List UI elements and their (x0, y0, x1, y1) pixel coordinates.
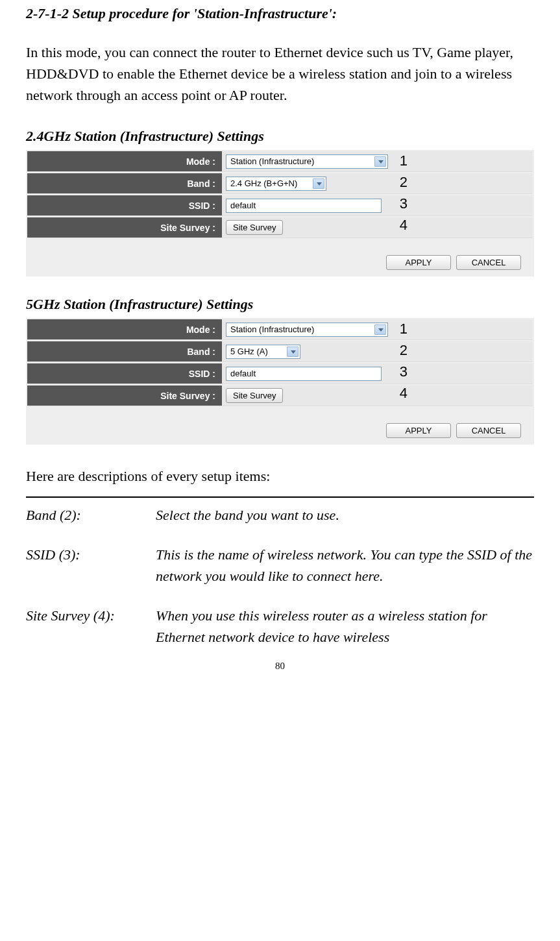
mode-select-value: Station (Infrastructure) (230, 324, 314, 334)
apply-button[interactable]: APPLY (386, 255, 451, 270)
band-select[interactable]: 5 GHz (A) (226, 345, 300, 359)
mode-select-value: Station (Infrastructure) (230, 156, 314, 166)
chevron-down-icon (378, 160, 383, 164)
ssid-label: SSID : (27, 363, 222, 384)
annotation-1: 1 (400, 321, 408, 337)
apply-button[interactable]: APPLY (386, 423, 451, 438)
cancel-button[interactable]: CANCEL (456, 255, 521, 270)
section-title: 2-7-1-2 Setup procedure for 'Station-Inf… (26, 5, 534, 22)
band-select-value: 2.4 GHz (B+G+N) (230, 178, 297, 188)
descriptions-intro: Here are descriptions of every setup ite… (26, 468, 534, 485)
site-survey-button[interactable]: Site Survey (226, 220, 283, 235)
site-survey-label: Site Survey : (27, 217, 222, 238)
annotation-2: 2 (400, 174, 408, 191)
divider (26, 496, 534, 498)
panel-5ghz-title: 5GHz Station (Infrastructure) Settings (26, 296, 534, 313)
desc-survey-label: Site Survey (4): (26, 605, 156, 648)
annotation-1: 1 (400, 153, 408, 169)
panel-5ghz: Mode : Station (Infrastructure) Band : 5… (26, 318, 534, 445)
page-number: 80 (26, 661, 534, 672)
mode-label: Mode : (27, 151, 222, 171)
cancel-button[interactable]: CANCEL (456, 423, 521, 438)
ssid-input[interactable] (226, 367, 382, 381)
mode-label: Mode : (27, 319, 222, 339)
annotation-3: 3 (400, 195, 408, 212)
chevron-down-icon (317, 182, 322, 186)
mode-select[interactable]: Station (Infrastructure) (226, 323, 388, 337)
chevron-down-icon (291, 350, 296, 354)
intro-paragraph: In this mode, you can connect the router… (26, 42, 534, 106)
annotation-4: 4 (400, 217, 408, 234)
desc-band-label: Band (2): (26, 504, 156, 526)
annotation-4: 4 (400, 385, 408, 402)
annotation-3: 3 (400, 363, 408, 380)
chevron-down-icon (378, 328, 383, 332)
ssid-label: SSID : (27, 195, 222, 215)
desc-band-value: Select the band you want to use. (156, 504, 534, 526)
panel-24ghz: Mode : Station (Infrastructure) Band : 2… (26, 150, 534, 276)
band-label: Band : (27, 173, 222, 193)
band-label: Band : (27, 341, 222, 361)
panel-24ghz-title: 2.4GHz Station (Infrastructure) Settings (26, 128, 534, 145)
desc-survey-value: When you use this wireless router as a w… (156, 605, 534, 648)
site-survey-button[interactable]: Site Survey (226, 388, 283, 403)
site-survey-label: Site Survey : (27, 385, 222, 406)
band-select[interactable]: 2.4 GHz (B+G+N) (226, 177, 326, 191)
band-select-value: 5 GHz (A) (230, 347, 268, 356)
ssid-input[interactable] (226, 199, 382, 213)
desc-ssid-label: SSID (3): (26, 544, 156, 587)
annotation-2: 2 (400, 342, 408, 359)
mode-select[interactable]: Station (Infrastructure) (226, 154, 388, 169)
desc-ssid-value: This is the name of wireless network. Yo… (156, 544, 534, 587)
